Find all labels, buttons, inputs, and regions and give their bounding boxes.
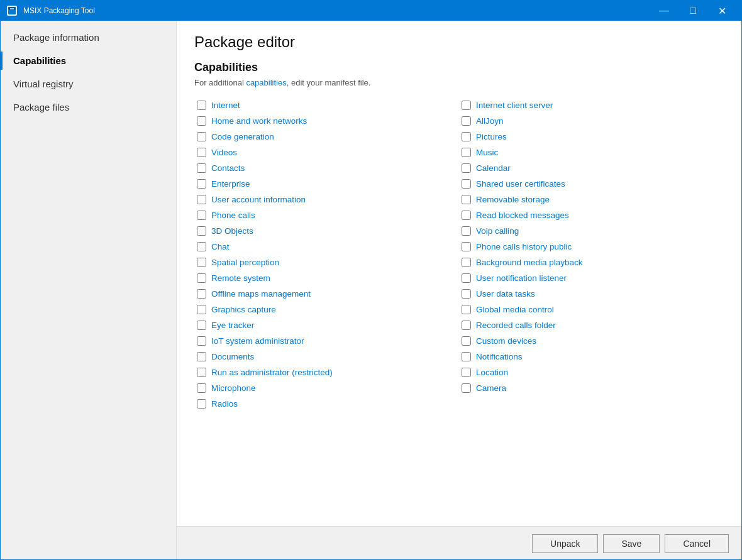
checkbox-3d-objects[interactable] xyxy=(197,226,206,236)
capability-offline-maps-management[interactable]: Offline maps management xyxy=(194,286,459,302)
checkbox-background-media-playback[interactable] xyxy=(462,258,471,267)
section-title: Capabilities xyxy=(194,61,724,74)
checkbox-read-blocked-messages[interactable] xyxy=(462,211,471,220)
checkbox-microphone[interactable] xyxy=(197,383,206,393)
capabilities-link[interactable]: capabilities xyxy=(246,78,286,87)
label-background-media-playback: Background media playback xyxy=(476,258,583,267)
checkbox-phone-calls[interactable] xyxy=(197,211,206,220)
checkbox-phone-calls-history-public[interactable] xyxy=(462,242,471,251)
capability-code-generation[interactable]: Code generation xyxy=(194,129,459,145)
capability-graphics-capture[interactable]: Graphics capture xyxy=(194,302,459,317)
checkbox-remote-system[interactable] xyxy=(197,273,206,283)
maximize-button[interactable]: □ xyxy=(678,1,707,21)
cancel-button[interactable]: Cancel xyxy=(665,534,729,553)
capability-recorded-calls-folder[interactable]: Recorded calls folder xyxy=(459,317,724,333)
title-bar-controls: — □ ✕ xyxy=(650,1,736,21)
capability-enterprise[interactable]: Enterprise xyxy=(194,176,459,192)
capability-user-account-information[interactable]: User account information xyxy=(194,192,459,207)
checkbox-user-account-information[interactable] xyxy=(197,195,206,204)
capability-removable-storage[interactable]: Removable storage xyxy=(459,192,724,207)
save-button[interactable]: Save xyxy=(603,534,660,553)
checkbox-radios[interactable] xyxy=(197,399,206,409)
sidebar-item-virtual-registry[interactable]: Virtual registry xyxy=(1,72,176,96)
checkbox-user-data-tasks[interactable] xyxy=(462,289,471,299)
capability-eye-tracker[interactable]: Eye tracker xyxy=(194,317,459,333)
minimize-button[interactable]: — xyxy=(650,1,678,21)
capability-background-media-playback[interactable]: Background media playback xyxy=(459,255,724,270)
checkbox-enterprise[interactable] xyxy=(197,179,206,189)
capability-microphone[interactable]: Microphone xyxy=(194,380,459,396)
checkbox-camera[interactable] xyxy=(462,383,471,393)
checkbox-voip-calling[interactable] xyxy=(462,226,471,236)
checkbox-removable-storage[interactable] xyxy=(462,195,471,204)
capability-iot-system-administrator[interactable]: IoT system administrator xyxy=(194,333,459,349)
capability-contacts[interactable]: Contacts xyxy=(194,160,459,176)
checkbox-shared-user-certificates[interactable] xyxy=(462,179,471,189)
checkbox-calendar[interactable] xyxy=(462,163,471,173)
checkbox-alljoyn[interactable] xyxy=(462,116,471,126)
checkbox-eye-tracker[interactable] xyxy=(197,321,206,330)
unpack-button[interactable]: Unpack xyxy=(532,534,598,553)
checkbox-spatial-perception[interactable] xyxy=(197,258,206,267)
checkbox-chat[interactable] xyxy=(197,242,206,251)
capability-notifications[interactable]: Notifications xyxy=(459,349,724,365)
capability-radios[interactable]: Radios xyxy=(194,396,459,412)
capabilities-scroll[interactable]: InternetInternet client serverHome and w… xyxy=(194,97,724,513)
checkbox-home-and-work-networks[interactable] xyxy=(197,116,206,126)
sidebar-item-capabilities[interactable]: Capabilities xyxy=(1,49,176,72)
capability-global-media-control[interactable]: Global media control xyxy=(459,302,724,317)
checkbox-custom-devices[interactable] xyxy=(462,336,471,346)
capability-user-notification-listener[interactable]: User notification listener xyxy=(459,270,724,286)
label-videos: Videos xyxy=(211,148,237,157)
checkbox-music[interactable] xyxy=(462,148,471,157)
checkbox-code-generation[interactable] xyxy=(197,132,206,141)
checkbox-user-notification-listener[interactable] xyxy=(462,273,471,283)
checkbox-recorded-calls-folder[interactable] xyxy=(462,321,471,330)
capability-music[interactable]: Music xyxy=(459,145,724,160)
section-subtitle: For additional capabilities, edit your m… xyxy=(194,78,724,87)
capability-phone-calls[interactable]: Phone calls xyxy=(194,207,459,223)
checkbox-internet[interactable] xyxy=(197,101,206,110)
checkbox-graphics-capture[interactable] xyxy=(197,305,206,314)
capability-videos[interactable]: Videos xyxy=(194,145,459,160)
checkbox-notifications[interactable] xyxy=(462,352,471,361)
capabilities-grid: InternetInternet client serverHome and w… xyxy=(194,97,724,412)
close-button[interactable]: ✕ xyxy=(707,1,736,21)
checkbox-internet-client-server[interactable] xyxy=(462,101,471,110)
label-phone-calls: Phone calls xyxy=(211,211,255,220)
checkbox-pictures[interactable] xyxy=(462,132,471,141)
capability-user-data-tasks[interactable]: User data tasks xyxy=(459,286,724,302)
sidebar-item-package-files[interactable]: Package files xyxy=(1,96,176,119)
capability-camera[interactable]: Camera xyxy=(459,380,724,396)
capability-internet[interactable]: Internet xyxy=(194,97,459,113)
capability-3d-objects[interactable]: 3D Objects xyxy=(194,223,459,239)
sidebar-item-package-information[interactable]: Package information xyxy=(1,26,176,49)
label-iot-system-administrator: IoT system administrator xyxy=(211,336,304,346)
checkbox-location[interactable] xyxy=(462,368,471,377)
capability-alljoyn[interactable]: AllJoyn xyxy=(459,113,724,129)
capability-internet-client-server[interactable]: Internet client server xyxy=(459,97,724,113)
capability-pictures[interactable]: Pictures xyxy=(459,129,724,145)
capability-custom-devices[interactable]: Custom devices xyxy=(459,333,724,349)
capability-phone-calls-history-public[interactable]: Phone calls history public xyxy=(459,239,724,255)
capability-chat[interactable]: Chat xyxy=(194,239,459,255)
label-voip-calling: Voip calling xyxy=(476,226,519,236)
checkbox-videos[interactable] xyxy=(197,148,206,157)
capability-spatial-perception[interactable]: Spatial perception xyxy=(194,255,459,270)
capability-home-and-work-networks[interactable]: Home and work networks xyxy=(194,113,459,129)
checkbox-iot-system-administrator[interactable] xyxy=(197,336,206,346)
capability-location[interactable]: Location xyxy=(459,365,724,380)
checkbox-run-as-administrator[interactable] xyxy=(197,368,206,377)
capability-calendar[interactable]: Calendar xyxy=(459,160,724,176)
capability-voip-calling[interactable]: Voip calling xyxy=(459,223,724,239)
checkbox-offline-maps-management[interactable] xyxy=(197,289,206,299)
capability-run-as-administrator[interactable]: Run as administrator (restricted) xyxy=(194,365,459,380)
capability-read-blocked-messages[interactable]: Read blocked messages xyxy=(459,207,724,223)
checkbox-contacts[interactable] xyxy=(197,163,206,173)
capability-remote-system[interactable]: Remote system xyxy=(194,270,459,286)
title-bar-text: MSIX Packaging Tool xyxy=(23,6,650,15)
capability-shared-user-certificates[interactable]: Shared user certificates xyxy=(459,176,724,192)
checkbox-documents[interactable] xyxy=(197,352,206,361)
checkbox-global-media-control[interactable] xyxy=(462,305,471,314)
capability-documents[interactable]: Documents xyxy=(194,349,459,365)
